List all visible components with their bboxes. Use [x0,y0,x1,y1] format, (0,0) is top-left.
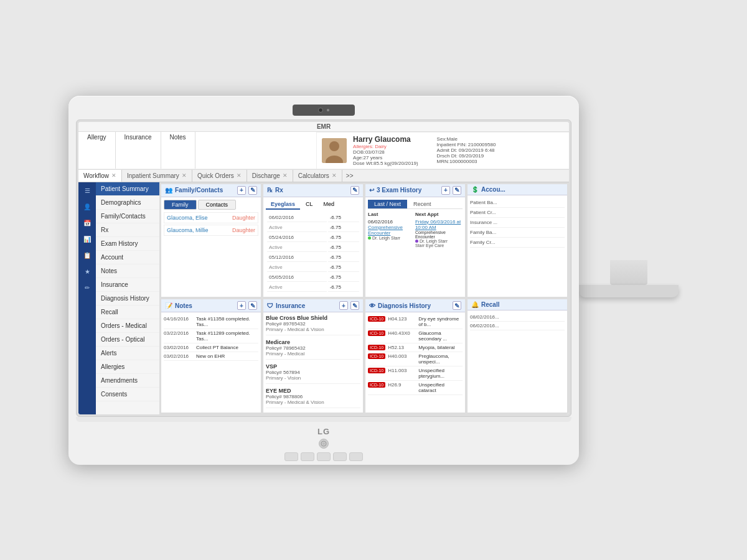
sidebar-icon-star[interactable]: ★ [82,267,92,277]
insurance-item-0: Blue Cross Blue Shield Policy# 89765432 … [266,315,360,335]
nav-tab-calculators-close[interactable]: ✕ [332,172,337,179]
panel-notes-edit-btn[interactable]: ✎ [248,301,257,310]
panel-exam-title: 3 Exam History [377,187,421,194]
sidebar-icon-clipboard[interactable]: 📋 [82,251,92,261]
rx-tab-eyeglass[interactable]: Eyeglass [266,200,300,210]
icd-badge-1: ICD-10 [368,330,385,336]
rx-tab-med[interactable]: Med [319,200,340,210]
monitor-neck [610,260,647,285]
family-tab-family[interactable]: Family [164,200,197,210]
nav-tabs-more[interactable]: >> [342,170,357,182]
panel-insurance-edit-btn[interactable]: ✎ [350,301,359,310]
diag-row-0: ICD-10 H04.123 Dry eye syndrome of b... [368,315,463,329]
sidebar-item-patient-summary[interactable]: Patient Summary [96,182,159,196]
sidebar-item-notes[interactable]: Notes [96,264,159,278]
sidebar-item-amendments[interactable]: Amendments [96,374,159,388]
sidebar-icons: ☰ 👤 📅 📊 📋 ★ ✏ [78,182,96,414]
nav-tab-quickorders-close[interactable]: ✕ [237,172,242,179]
diag-row-3: ICD-10 H40.003 Preglaucoma, unspeci... [368,352,463,366]
panel-exam-add-btn[interactable]: + [441,186,450,195]
panel-exam-edit-btn[interactable]: ✎ [453,186,461,195]
sidebar-icon-menu[interactable]: ☰ [82,186,92,196]
panel-insurance-add-btn[interactable]: + [339,301,348,310]
family-relation-1: Daughter [232,227,255,233]
main-content: ☰ 👤 📅 📊 📋 ★ ✏ Patient Summary Demographi… [78,182,569,414]
nav-tab-discharge[interactable]: Discharge ✕ [247,170,293,182]
account-row-0: Patient Ba... [470,198,565,208]
family-tab-contacts[interactable]: Contacts [198,200,237,210]
exam-subtab-recent[interactable]: Recent [407,200,438,208]
sidebar-item-diagnosis-history[interactable]: Diagnosis History [96,292,159,306]
panel-insurance-content: Blue Cross Blue Shield Policy# 89765432 … [263,312,363,413]
screen-bezel: EMR Allergy Insurance Notes [76,119,571,417]
exam-last-label: Last [368,212,409,217]
exam-subtabs: Last / Next Recent [368,200,463,209]
panel-recall-header-left: 🔔 Recall [471,301,499,308]
monitor-base [579,285,679,297]
sidebar-item-demographics[interactable]: Demographics [96,196,159,210]
monitor-btn-3[interactable] [317,452,331,461]
rx-tab-cl[interactable]: CL [301,200,318,210]
header-tab-insurance[interactable]: Insurance [116,132,161,169]
icd-badge-2: ICD-10 [368,345,385,350]
monitor-btn-2[interactable] [301,452,314,461]
nav-tab-calculators[interactable]: Calculators ✕ [293,170,342,182]
monitor-brand: LG [76,422,571,439]
exam-last-encounter[interactable]: Comprehensive Encounter [368,225,409,236]
sidebar-item-allergies[interactable]: Allergies [96,360,159,374]
sidebar-item-orders-medical[interactable]: Orders - Medical [96,319,159,333]
sidebar-with-icons: ☰ 👤 📅 📊 📋 ★ ✏ Patient Summary Demographi… [78,182,159,414]
header-tab-allergy[interactable]: Allergy [78,132,116,169]
panel-family-actions: + ✎ [237,186,257,195]
panel-notes-add-btn[interactable]: + [237,301,246,310]
exam-next-doctor-row: Dr. Leigh Starr [415,239,463,243]
monitor-btn-1[interactable] [284,452,298,461]
sidebar-item-consents[interactable]: Consents [96,388,159,401]
recall-row-0: 08/02/2016... [470,313,565,322]
nav-tab-inpatient-close[interactable]: ✕ [182,172,187,179]
sidebar-item-orders-optical[interactable]: Orders - Optical [96,333,159,347]
panel-rx-edit-btn[interactable]: ✎ [350,186,359,195]
panel-diagnosis-edit-btn[interactable]: ✎ [453,301,461,310]
monitor-btn-5[interactable] [349,452,363,461]
diag-row-2: ICD-10 H52.13 Myopia, bilateral [368,343,463,352]
panel-family-title: Family/Contacts [175,187,223,194]
monitor-btn-4[interactable] [333,452,347,461]
sidebar-item-insurance[interactable]: Insurance [96,278,159,292]
patient-inpatient: Inpatient FIN: 2100009580 [437,142,496,147]
family-row-1: Glaucoma, Millie Daughter [164,225,258,236]
panel-notes-header: 📝 Notes + ✎ [161,299,261,312]
sidebar-item-family-contacts[interactable]: Family/Contacts [96,210,159,223]
panel-family-add-btn[interactable]: + [237,186,246,195]
family-name-0[interactable]: Glaucoma, Elise [167,215,208,221]
nav-tab-quickorders[interactable]: Quick Orders ✕ [192,170,247,182]
panel-family-edit-btn[interactable]: ✎ [248,186,257,195]
sidebar-icon-calendar[interactable]: 📅 [82,218,92,228]
panel-diagnosis-title: Diagnosis History [378,302,431,309]
panel-exam-content: Last / Next Recent Last 06/02/2016 Compr… [365,197,465,297]
exam-subtab-lastnext[interactable]: Last / Next [368,200,407,208]
sidebar-icon-user[interactable]: 👤 [82,202,92,212]
panel-family-header-left: 👥 Family/Contacts [165,187,223,194]
nav-tab-discharge-close[interactable]: ✕ [283,172,288,179]
sidebar-icon-pencil[interactable]: ✏ [82,283,92,293]
sidebar-item-exam-history[interactable]: Exam History [96,237,159,251]
sidebar-icon-chart[interactable]: 📊 [82,235,92,245]
sidebar-item-recall[interactable]: Recall [96,306,159,319]
exam-next-doctor: Dr. Leigh Starr [420,239,448,243]
insurance-item-1: Medicare Policy# 78965432 Primary - Medi… [266,339,360,360]
exam-next-date[interactable]: Friday 06/03/2016 at 10:00 AM [415,219,463,230]
patient-drsch: Drsch Dt: 09/20/2019 [437,153,496,159]
sidebar-item-account[interactable]: Account [96,251,159,264]
monitor-rfid-button[interactable] [319,439,329,449]
notes-icon: 📝 [165,302,172,309]
nav-tab-workflow-close[interactable]: ✕ [111,172,116,179]
header-tab-notes[interactable]: Notes [161,132,195,169]
nav-tab-inpatient[interactable]: Inpatient Summary ✕ [122,170,192,182]
rx-row-1b: Active-6.75 [267,243,359,252]
family-name-1[interactable]: Glaucoma, Millie [167,227,209,233]
sidebar-item-rx[interactable]: Rx [96,223,159,237]
panel-diagnosis-header: 👁 Diagnosis History ✎ [365,299,465,312]
sidebar-item-alerts[interactable]: Alerts [96,347,159,360]
nav-tab-workflow[interactable]: Workflow ✕ [78,170,122,182]
